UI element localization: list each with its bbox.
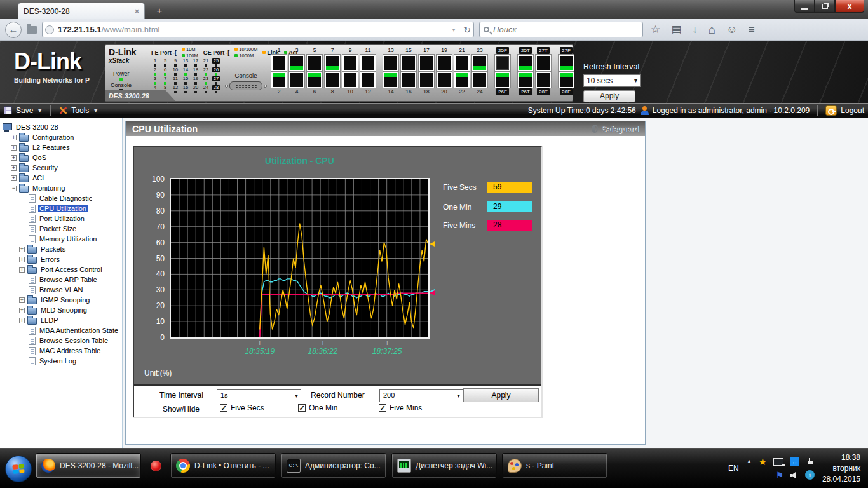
sidebar-item-mba-authentication-state[interactable]: MBA Authentication State xyxy=(1,325,121,336)
bookmarks-menu-icon[interactable]: ▤ xyxy=(671,24,681,35)
sidebar-item-des-3200-28[interactable]: DES-3200-28 xyxy=(1,122,121,132)
port-jack xyxy=(324,71,341,88)
teamviewer-icon[interactable]: ↔ xyxy=(790,457,799,466)
search-input[interactable] xyxy=(493,25,639,34)
bookmark-folder-icon[interactable] xyxy=(27,26,37,34)
refresh-apply-button[interactable]: Apply xyxy=(583,90,635,102)
home-icon[interactable]: ⌂ xyxy=(709,24,715,36)
tree-expander-icon[interactable]: + xyxy=(11,145,17,151)
sidebar-item-label: LLDP xyxy=(39,316,60,324)
sidebar-item-browse-arp-table[interactable]: Browse ARP Table xyxy=(1,274,121,285)
tree-expander-icon[interactable]: + xyxy=(19,247,25,252)
tree-expander-icon[interactable]: + xyxy=(11,165,17,171)
toggle-five-mins[interactable]: ✓Five Mins xyxy=(379,403,422,413)
tray-star-icon[interactable]: ★ xyxy=(758,457,766,466)
tree-expander-icon[interactable]: + xyxy=(19,267,25,273)
downloads-icon[interactable]: ↓ xyxy=(692,24,698,35)
info-icon[interactable]: i xyxy=(805,470,815,480)
document-icon xyxy=(29,225,36,233)
url-text[interactable]: 172.21.15.1/www/main.html xyxy=(58,25,449,34)
menu-hamburger-icon[interactable]: ≡ xyxy=(749,24,755,35)
browser-tab[interactable]: DES-3200-28 × xyxy=(18,3,145,19)
refresh-interval-select[interactable]: 10 secs xyxy=(583,74,641,87)
taskbar-button-chrome[interactable]: D-Link • Ответить - ... xyxy=(170,453,276,478)
action-center-flag-icon[interactable]: ⚑ xyxy=(775,471,783,480)
y-axis-label: 60 xyxy=(137,238,165,247)
sidebar-item-mac-address-table[interactable]: MAC Address Table xyxy=(1,346,121,356)
port-jack xyxy=(342,71,358,88)
sidebar-item-monitoring[interactable]: −Monitoring xyxy=(1,183,121,193)
url-bar[interactable]: 172.21.15.1/www/main.html ▾ ↻ xyxy=(42,22,474,37)
save-button[interactable]: Save xyxy=(16,106,33,115)
bookmark-star-icon[interactable]: ☆ xyxy=(651,24,660,35)
tree-expander-icon[interactable]: + xyxy=(19,318,25,323)
volume-icon[interactable] xyxy=(790,471,799,479)
taskbar-button-red-orb[interactable] xyxy=(146,453,165,478)
hidden-icons-chevron[interactable]: ▲ xyxy=(747,459,752,464)
sidebar-item-security[interactable]: +Security xyxy=(1,163,121,173)
sidebar-item-mld-snooping[interactable]: +MLD Snooping xyxy=(1,305,121,315)
toggle-five-secs[interactable]: ✓Five Secs xyxy=(220,403,264,413)
sidebar-item-igmp-snooping[interactable]: +IGMP Snooping xyxy=(1,295,121,305)
taskbar-clock[interactable]: 18:38 вторник 28.04.2015 xyxy=(822,452,865,485)
tree-expander-icon[interactable]: − xyxy=(11,186,17,191)
time-interval-select[interactable]: 1s xyxy=(217,389,301,402)
reload-icon[interactable]: ↻ xyxy=(459,25,471,35)
sidebar-item-lldp[interactable]: +LLDP xyxy=(1,315,121,325)
minimize-button[interactable] xyxy=(794,0,815,13)
hello-icon[interactable]: ☺ xyxy=(726,24,737,35)
sidebar-item-errors[interactable]: +Errors xyxy=(1,254,121,264)
led-cell: 16 xyxy=(182,85,189,93)
checkbox-icon[interactable]: ✓ xyxy=(298,404,306,412)
tree-expander-icon[interactable]: + xyxy=(19,257,25,262)
apply-button[interactable]: Apply xyxy=(463,388,539,402)
power-plug-icon[interactable] xyxy=(806,458,815,466)
tree-expander-icon[interactable]: + xyxy=(11,155,17,161)
record-number-select[interactable]: 200 xyxy=(379,389,463,402)
logout-button[interactable]: Logout xyxy=(841,106,864,115)
url-dropdown-icon[interactable]: ▾ xyxy=(452,27,456,33)
sidebar-item-qos[interactable]: +QoS xyxy=(1,152,121,163)
sidebar-item-packets[interactable]: +Packets xyxy=(1,244,121,254)
restore-button[interactable] xyxy=(815,0,835,13)
taskbar-button-paint[interactable]: s - Paint xyxy=(502,453,607,478)
sidebar-item-port-access-control[interactable]: +Port Access Control xyxy=(1,264,121,274)
tree-expander-icon[interactable]: + xyxy=(19,308,25,313)
checkbox-icon[interactable]: ✓ xyxy=(379,404,386,412)
tree-expander-icon[interactable]: + xyxy=(11,135,17,140)
taskbar-button-cmd[interactable]: C:\Администратор: Co... xyxy=(281,453,386,478)
search-bar[interactable] xyxy=(479,22,643,37)
toggle-one-min[interactable]: ✓One Min xyxy=(298,403,337,413)
sidebar-item-packet-size[interactable]: Packet Size xyxy=(1,224,121,234)
tab-close-icon[interactable]: × xyxy=(135,7,139,16)
taskbar-button-firefox[interactable]: DES-3200-28 - Mozill... xyxy=(36,453,141,478)
sidebar-item-configuration[interactable]: +Configuration xyxy=(1,132,121,142)
sidebar-item-port-utilization[interactable]: Port Utilization xyxy=(1,214,121,224)
sidebar-item-browse-session-table[interactable]: Browse Session Table xyxy=(1,336,121,346)
rj45-port-icon xyxy=(473,56,486,70)
tree-expander-icon[interactable]: + xyxy=(11,175,17,181)
sidebar-item-cable-diagnostic[interactable]: Cable Diagnostic xyxy=(1,193,121,203)
series-five-secs xyxy=(260,224,428,330)
tools-caret-icon[interactable]: ▼ xyxy=(93,107,98,114)
close-button[interactable]: x xyxy=(835,0,864,13)
sidebar-item-l2-features[interactable]: +L2 Features xyxy=(1,142,121,152)
sidebar-item-acl[interactable]: +ACL xyxy=(1,173,121,183)
tree-expander-icon[interactable]: + xyxy=(19,297,25,303)
sidebar-item-memory-utilization[interactable]: Memory Utilization xyxy=(1,234,121,244)
language-indicator[interactable]: EN xyxy=(728,464,739,473)
sidebar-item-browse-vlan[interactable]: Browse VLAN xyxy=(1,285,121,295)
sidebar-item-system-log[interactable]: System Log xyxy=(1,356,121,366)
port-column: 25T26T xyxy=(517,47,534,95)
network-icon[interactable] xyxy=(773,458,783,466)
checkbox-icon[interactable]: ✓ xyxy=(220,404,227,412)
port-number: 17 xyxy=(423,47,429,54)
sidebar-item-cpu-utilization[interactable]: CPU Utilization xyxy=(1,203,121,214)
tools-button[interactable]: Tools xyxy=(71,106,89,115)
taskbar-button-taskmgr[interactable]: Диспетчер задач Wi... xyxy=(391,453,497,478)
new-tab-button[interactable]: + xyxy=(151,5,168,17)
rj45-port-icon xyxy=(537,56,550,70)
start-button[interactable] xyxy=(5,456,32,482)
back-button[interactable]: ← xyxy=(5,22,22,38)
save-caret-icon[interactable]: ▼ xyxy=(37,107,43,114)
